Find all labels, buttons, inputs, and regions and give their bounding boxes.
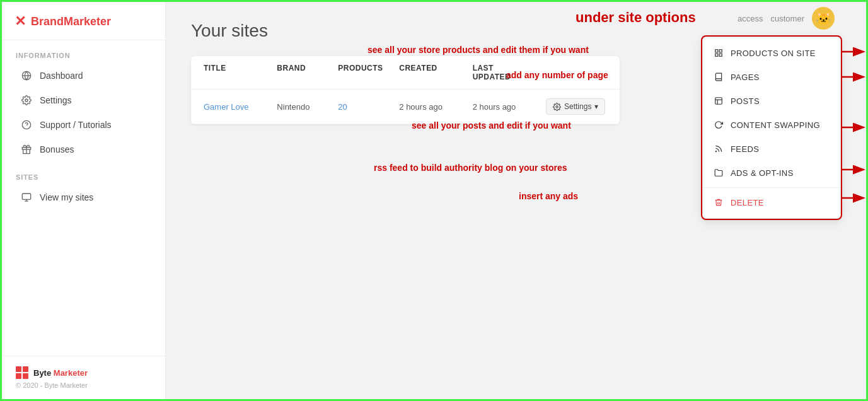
svg-point-18 — [715, 151, 716, 152]
sidebar-section-sites: SITES View my sites — [2, 162, 165, 210]
sidebar-item-bonuses[interactable]: Bonuses — [7, 137, 160, 161]
svg-point-10 — [556, 105, 558, 107]
logo-text: BrandMarketer — [31, 15, 111, 28]
cell-title: Gamer Love — [204, 102, 277, 112]
section-label-information: INFORMATION — [2, 40, 165, 63]
table-header: TITLE BRAND PRODUCTS CREATED LASTUPDATED — [191, 56, 620, 90]
sidebar-item-settings[interactable]: Settings — [7, 88, 160, 112]
settings-btn-label: Settings — [564, 102, 591, 111]
footer-logo-icon — [16, 366, 28, 379]
svg-rect-13 — [719, 54, 722, 56]
header-bar: access customer 🐱 — [738, 2, 866, 35]
logo-icon: ✕ — [14, 13, 26, 30]
layout-icon — [713, 95, 724, 107]
col-last-updated: LASTUPDATED — [473, 64, 546, 81]
monitor-icon — [21, 192, 32, 203]
dropdown-item-ads-opt-ins[interactable]: ADS & OPT-INS — [703, 161, 840, 185]
sites-table: TITLE BRAND PRODUCTS CREATED LASTUPDATED… — [191, 56, 620, 124]
col-products: PRODUCTS — [338, 64, 399, 81]
dropdown-menu: PRODUCTS ON SITE PAGES POSTS CONTENT SWA… — [702, 37, 841, 219]
cell-action: Settings▾ — [546, 98, 607, 115]
col-action — [546, 64, 607, 81]
trash-icon — [713, 197, 724, 208]
rss-icon — [713, 143, 724, 154]
cell-last-updated: 2 hours ago — [473, 102, 546, 112]
dropdown-item-products-label: PRODUCTS ON SITE — [731, 49, 816, 58]
gear-icon — [21, 95, 32, 106]
annotation-products: see all your store products and edit the… — [367, 45, 589, 55]
section-label-sites: SITES — [2, 162, 165, 185]
book-icon — [713, 71, 724, 83]
products-link[interactable]: 20 — [338, 102, 347, 112]
main-content: access customer 🐱 Your sites TITLE BRAND… — [166, 2, 866, 399]
sidebar-item-support-label: Support / Tutorials — [40, 120, 112, 130]
site-title-link[interactable]: Gamer Love — [204, 102, 249, 112]
svg-rect-7 — [22, 194, 30, 199]
sidebar-item-dashboard[interactable]: Dashboard — [7, 64, 160, 88]
logo: ✕ BrandMarketer — [2, 2, 165, 40]
dropdown-item-ads-label: ADS & OPT-INS — [731, 168, 794, 178]
header-access: access — [738, 14, 763, 23]
col-title: TITLE — [204, 64, 277, 81]
cell-brand: Nintendo — [277, 102, 338, 112]
footer-copyright: © 2020 - Byte Marketer — [16, 381, 151, 389]
grid-icon — [713, 47, 724, 59]
col-brand: BRAND — [277, 64, 338, 81]
svg-rect-14 — [715, 54, 718, 56]
dropdown-item-delete[interactable]: DELETE — [703, 190, 840, 214]
svg-rect-11 — [715, 50, 718, 52]
sidebar-item-view-sites[interactable]: View my sites — [7, 185, 160, 209]
dropdown-item-content-swapping[interactable]: CONTENT SWAPPING — [703, 113, 840, 137]
svg-rect-15 — [715, 98, 722, 105]
sidebar-item-support[interactable]: Support / Tutorials — [7, 113, 160, 137]
svg-point-2 — [25, 99, 28, 102]
sidebar-item-dashboard-label: Dashboard — [40, 71, 83, 81]
cell-products: 20 — [338, 102, 399, 112]
sidebar-footer: Byte Marketer © 2020 - Byte Marketer — [2, 356, 165, 399]
question-icon — [21, 119, 32, 131]
annotation-feeds: rss feed to build authority blog on your… — [374, 163, 567, 173]
sidebar-section-information: INFORMATION Dashboard Settings Support /… — [2, 40, 165, 162]
refresh-icon — [713, 119, 724, 131]
folder-icon — [713, 167, 724, 178]
sidebar-item-bonuses-label: Bonuses — [40, 144, 74, 154]
annotation-ads: insert any ads — [519, 191, 578, 201]
dropdown-item-feeds[interactable]: FEEDS — [703, 137, 840, 161]
globe-icon — [21, 70, 32, 81]
sidebar-item-view-sites-label: View my sites — [40, 192, 93, 202]
sidebar-item-settings-label: Settings — [40, 95, 72, 105]
user-avatar[interactable]: 🐱 — [812, 7, 835, 30]
dropdown-item-posts[interactable]: POSTS — [703, 89, 840, 113]
footer-brand: Byte Marketer — [33, 368, 88, 378]
dropdown-item-products-on-site[interactable]: PRODUCTS ON SITE — [703, 41, 840, 65]
dropdown-item-pages-label: PAGES — [731, 73, 760, 82]
svg-rect-12 — [719, 50, 722, 52]
dropdown-item-delete-label: DELETE — [731, 198, 764, 207]
dropdown-item-posts-label: POSTS — [731, 96, 760, 106]
dropdown-item-feeds-label: FEEDS — [731, 144, 759, 154]
dropdown-item-content-swapping-label: CONTENT SWAPPING — [731, 120, 820, 130]
settings-button[interactable]: Settings▾ — [546, 98, 605, 115]
sidebar: ✕ BrandMarketer INFORMATION Dashboard Se… — [2, 2, 166, 399]
cell-created: 2 hours ago — [399, 102, 472, 112]
dropdown-item-pages[interactable]: PAGES — [703, 65, 840, 89]
table-row: Gamer Love Nintendo 20 2 hours ago 2 hou… — [191, 90, 620, 124]
dropdown-divider — [703, 187, 840, 188]
header-customer: customer — [771, 14, 804, 23]
footer-logo: Byte Marketer — [16, 366, 151, 379]
gift-icon — [21, 144, 32, 155]
col-created: CREATED — [399, 64, 472, 81]
